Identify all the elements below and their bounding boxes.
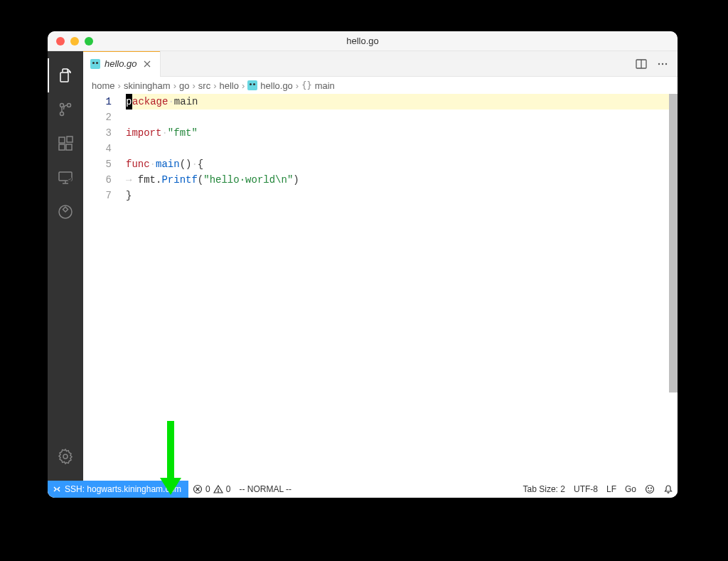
crumb-symbol[interactable]: {} main [301,80,335,91]
svg-point-11 [63,454,68,459]
window-title: hello.go [48,36,678,46]
breadcrumb[interactable]: home › skiningham › go › src › hello › h… [83,77,678,94]
svg-point-2 [60,104,64,107]
svg-point-1 [68,104,71,107]
vscode-window: hello.go [48,31,678,498]
remote-status[interactable]: SSH: hogwarts.kiningham.com [48,481,188,498]
braces-icon: {} [301,80,311,90]
remote-explorer-icon[interactable] [48,161,83,195]
extensions-icon[interactable] [48,127,83,161]
svg-point-13 [658,63,660,64]
error-count: 0 [205,484,210,494]
vim-mode-status[interactable]: -- NORMAL -- [235,481,296,498]
svg-point-15 [665,63,667,64]
notifications-icon[interactable] [659,481,678,498]
chevron-right-icon: › [192,80,195,91]
svg-point-20 [651,488,652,488]
more-actions-icon[interactable] [656,58,669,70]
eol-status[interactable]: LF [602,481,621,498]
encoding-status[interactable]: UTF-8 [569,481,602,498]
minimize-window-button[interactable] [70,37,79,46]
svg-point-3 [60,112,64,116]
crumb-hello[interactable]: hello [219,80,238,91]
warning-count: 0 [226,484,231,494]
go-file-icon [90,59,100,69]
language-status[interactable]: Go [621,481,641,498]
main-area: hello.go home › skin [48,51,678,481]
close-window-button[interactable] [56,37,65,46]
settings-gear-icon[interactable] [48,439,83,474]
code-content[interactable]: package·mainimport·"fmt"func·main()·{→ f… [126,94,678,481]
chevron-right-icon: › [296,80,299,91]
crumb-go[interactable]: go [179,80,189,91]
source-control-icon[interactable] [48,92,83,127]
status-bar: SSH: hogwarts.kiningham.com 0 0 -- NORMA… [48,481,678,498]
problems-status[interactable]: 0 0 [188,481,235,498]
tab-close-icon[interactable] [141,58,153,70]
tab-hello-go[interactable]: hello.go [83,51,161,76]
tab-bar: hello.go [83,51,678,77]
line-number-gutter: 1234567 [83,94,126,481]
crumb-home[interactable]: home [92,80,115,91]
go-file-icon [247,80,257,90]
crumb-src[interactable]: src [198,80,210,91]
chevron-right-icon: › [213,80,216,91]
chevron-right-icon: › [118,80,121,91]
titlebar[interactable]: hello.go [48,31,678,51]
svg-rect-5 [59,144,65,150]
svg-rect-0 [60,73,68,82]
bazel-icon[interactable] [48,195,83,229]
chevron-right-icon: › [173,80,176,91]
remote-host-label: SSH: hogwarts.kiningham.com [65,484,181,494]
crumb-user[interactable]: skiningham [124,80,171,91]
tab-size-status[interactable]: Tab Size: 2 [519,481,569,498]
crumb-file[interactable]: hello.go [247,80,293,91]
maximize-window-button[interactable] [85,37,93,46]
svg-point-19 [648,488,649,488]
editor-scrollbar[interactable] [669,94,678,392]
svg-rect-7 [67,137,73,142]
svg-rect-4 [59,137,65,143]
editor-body[interactable]: 1234567 package·mainimport·"fmt"func·mai… [83,94,678,481]
feedback-icon[interactable] [641,481,659,498]
explorer-icon[interactable] [48,58,83,92]
traffic-lights [48,37,93,46]
svg-rect-6 [66,144,72,150]
svg-point-18 [646,486,654,493]
svg-point-14 [662,63,663,64]
svg-point-17 [218,491,218,492]
tab-label: hello.go [105,58,137,69]
split-editor-icon[interactable] [635,58,648,70]
editor-actions [635,51,678,76]
editor-area: hello.go home › skin [83,51,678,481]
activity-bar [48,51,83,481]
chevron-right-icon: › [242,80,245,91]
